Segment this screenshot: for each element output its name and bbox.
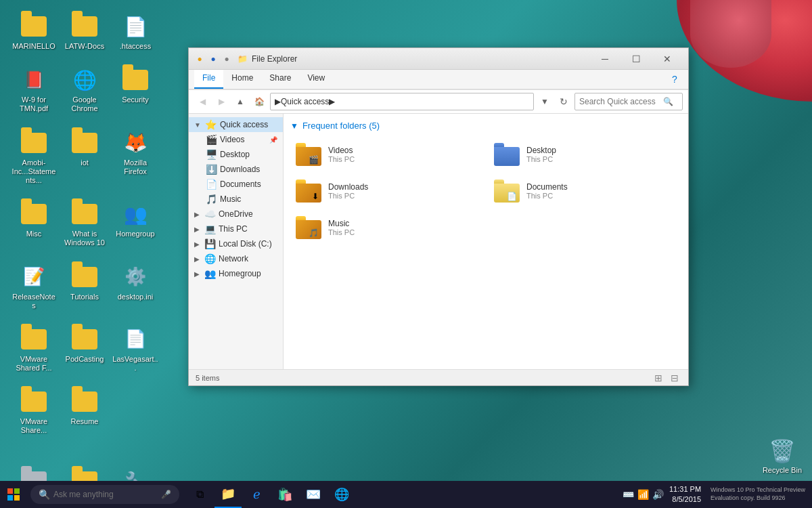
homegroup-nav-icon: 👥	[204, 268, 216, 279]
nav-item-music[interactable]: 🎵 Music	[189, 192, 283, 207]
folder-grid: 🎬 Videos This PC	[290, 139, 681, 243]
nav-item-homegroup[interactable]: ▶ 👥 Homegroup	[189, 266, 283, 281]
folder-item-music[interactable]: 🎵 Music This PC	[290, 212, 483, 243]
address-path[interactable]: ▶ Quick access ▶	[270, 93, 534, 110]
wallpaper-decoration2	[690, 0, 771, 68]
desktop-icon-marinello[interactable]: MARINELLO	[10, 10, 58, 54]
list-view-button[interactable]: ⊞	[652, 371, 665, 385]
volume-icon[interactable]: 🔊	[652, 489, 664, 500]
taskbar-search[interactable]: 🔍 🎤	[30, 485, 179, 504]
desktop-icon-misc[interactable]: Misc	[10, 198, 58, 250]
svg-rect-2	[7, 495, 13, 501]
taskbar-chrome[interactable]: 🌐	[328, 481, 355, 508]
desktop-icon-amobi[interactable]: Amobi-Inc...Statements...	[10, 127, 58, 188]
search-box[interactable]: 🔍	[574, 93, 683, 110]
quick-access-icon: ⭐	[205, 119, 217, 130]
nav-item-quick-access[interactable]: ▼ ⭐ Quick access	[189, 117, 283, 132]
title-bar-icon-blue: ●	[208, 54, 219, 64]
folder-item-desktop[interactable]: Desktop This PC	[489, 139, 681, 170]
folder-item-downloads[interactable]: ⬇ Downloads This PC	[290, 175, 483, 207]
folder-item-videos[interactable]: 🎬 Videos This PC	[290, 139, 483, 170]
minimize-button[interactable]: ─	[589, 48, 621, 70]
desktop-icon-w9[interactable]: 📕 W-9 for TMN.pdf	[10, 64, 58, 116]
status-text: 5 items	[196, 374, 219, 382]
downloads-folder-icon: ⬇	[296, 179, 323, 203]
maximize-button[interactable]: ☐	[621, 48, 652, 70]
content-area: ▼ ⭐ Quick access 🎬 Videos 📌 🖥️ Desktop ⬇…	[189, 114, 688, 369]
nav-item-videos[interactable]: 🎬 Videos 📌	[189, 132, 283, 147]
folder-info-documents: Documents This PC	[526, 182, 676, 200]
desktop-icon-latw-docs[interactable]: LATW-Docs	[61, 10, 108, 54]
navigation-pane: ▼ ⭐ Quick access 🎬 Videos 📌 🖥️ Desktop ⬇…	[189, 114, 284, 369]
nav-label-quick-access: Quick access	[220, 120, 268, 129]
title-text: 📁 File Explorer	[238, 54, 589, 64]
desktop-icon-releasenotes[interactable]: 📝 ReleaseNotes	[10, 261, 58, 313]
taskbar-apps: ⧉ 📁 ℯ 🛍️ ✉️ 🌐	[186, 481, 355, 508]
desktop-icon-iot[interactable]: iot	[61, 127, 108, 188]
desktop-icon-whatis[interactable]: What is Windows 10	[61, 198, 108, 250]
search-input[interactable]	[579, 97, 660, 106]
mic-icon: 🎤	[161, 490, 171, 499]
tab-share[interactable]: Share	[261, 70, 299, 89]
taskbar: 🔍 🎤 ⧉ 📁 ℯ 🛍️ ✉️ 🌐 ⌨️ 📶 🔊 11:31 PM 8/5/20…	[0, 481, 812, 508]
taskbar-search-input[interactable]	[53, 490, 161, 499]
task-view-button[interactable]: ⧉	[186, 481, 213, 508]
nav-item-desktop[interactable]: 🖥️ Desktop	[189, 147, 283, 162]
keyboard-icon[interactable]: ⌨️	[623, 489, 634, 500]
desktop-icon-tutorials[interactable]: Tutorials	[61, 261, 108, 313]
desktop-icon-htaccess[interactable]: 📄 .htaccess	[112, 10, 159, 54]
address-arrow: ▶	[329, 97, 335, 106]
taskbar-file-explorer[interactable]: 📁	[215, 481, 242, 508]
desktop-icon-desktopini[interactable]: ⚙️ desktop.ini	[112, 261, 159, 313]
folder-info-music: Music This PC	[328, 219, 478, 236]
nav-item-local-disk[interactable]: ▶ 💾 Local Disk (C:)	[189, 236, 283, 251]
taskbar-store[interactable]: 🛍️	[271, 481, 298, 508]
local-disk-icon: 💾	[204, 238, 216, 249]
tab-view[interactable]: View	[299, 70, 333, 89]
taskbar-ie[interactable]: ℯ	[243, 481, 270, 508]
desktop-icon-lasvegas[interactable]: 📄 LasVegasart...	[112, 323, 159, 375]
nav-item-network[interactable]: ▶ 🌐 Network	[189, 251, 283, 266]
desktop-icon-vmware-share2[interactable]: VMware Share...	[10, 385, 58, 438]
desktop-icon-podcasting[interactable]: PodCasting	[61, 323, 108, 375]
expand-icon-local-disk: ▶	[194, 240, 200, 248]
taskbar-mail[interactable]: ✉️	[300, 481, 327, 508]
folder-item-documents[interactable]: 📄 Documents This PC	[489, 175, 681, 207]
tab-file[interactable]: File	[194, 70, 223, 89]
nav-label-downloads: Downloads	[220, 165, 260, 174]
desktop-icon-security[interactable]: Security	[112, 64, 159, 116]
network-tray-icon[interactable]: 📶	[637, 489, 649, 500]
up-button[interactable]: ▲	[232, 93, 248, 110]
forward-button[interactable]: ▶	[213, 93, 229, 110]
desktop-icon-chrome[interactable]: 🌐 Google Chrome	[61, 64, 108, 116]
close-button[interactable]: ✕	[652, 48, 683, 70]
start-button[interactable]	[0, 481, 27, 508]
nav-label-desktop: Desktop	[220, 150, 250, 159]
music-icon: 🎵	[205, 194, 217, 205]
status-bar: 5 items ⊞ ⊟	[189, 369, 688, 385]
desktop-icon-vmware-shared[interactable]: VMware Shared F...	[10, 323, 58, 375]
ribbon: File Home Share View ?	[189, 70, 688, 90]
desktop-icon-resume[interactable]: Resume	[61, 385, 108, 438]
desktop-icon-firefox[interactable]: 🦊 Mozilla Firefox	[112, 127, 159, 188]
dropdown-button[interactable]: ▼	[537, 93, 553, 110]
home-button[interactable]: 🏠	[251, 93, 267, 110]
recycle-bin[interactable]: 🗑️ Recycle Bin	[763, 436, 802, 474]
nav-item-documents[interactable]: 📄 Documents	[189, 177, 283, 192]
nav-label-network: Network	[219, 254, 248, 263]
downloads-icon: ⬇️	[205, 164, 217, 175]
tab-home[interactable]: Home	[223, 70, 261, 89]
desktop-icon-homegroup[interactable]: 👥 Homegroup	[112, 198, 159, 250]
videos-folder-icon: 🎬	[296, 143, 323, 166]
back-button[interactable]: ◀	[194, 93, 210, 110]
nav-label-this-pc: This PC	[219, 224, 248, 234]
ribbon-tabs: File Home Share View ?	[189, 70, 688, 89]
search-icon: 🔍	[663, 97, 673, 106]
nav-item-onedrive[interactable]: ▶ ☁️ OneDrive	[189, 207, 283, 221]
help-button[interactable]: ?	[667, 70, 683, 89]
nav-item-downloads[interactable]: ⬇️ Downloads	[189, 162, 283, 177]
refresh-button[interactable]: ↻	[556, 93, 572, 110]
search-circle-icon: 🔍	[39, 489, 50, 500]
large-icons-button[interactable]: ⊟	[668, 371, 681, 385]
nav-item-this-pc[interactable]: ▶ 💻 This PC	[189, 221, 283, 236]
